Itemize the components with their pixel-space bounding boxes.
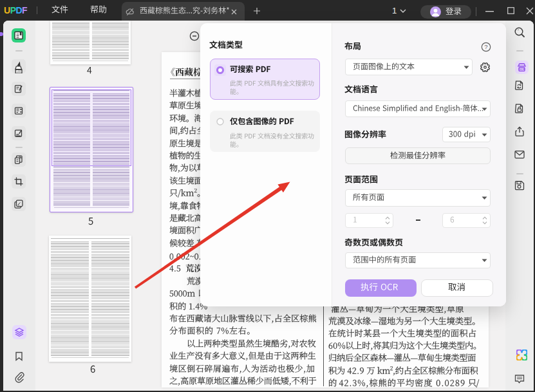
- svg-text:OCR: OCR: [519, 68, 525, 71]
- svg-text:?: ?: [484, 43, 487, 50]
